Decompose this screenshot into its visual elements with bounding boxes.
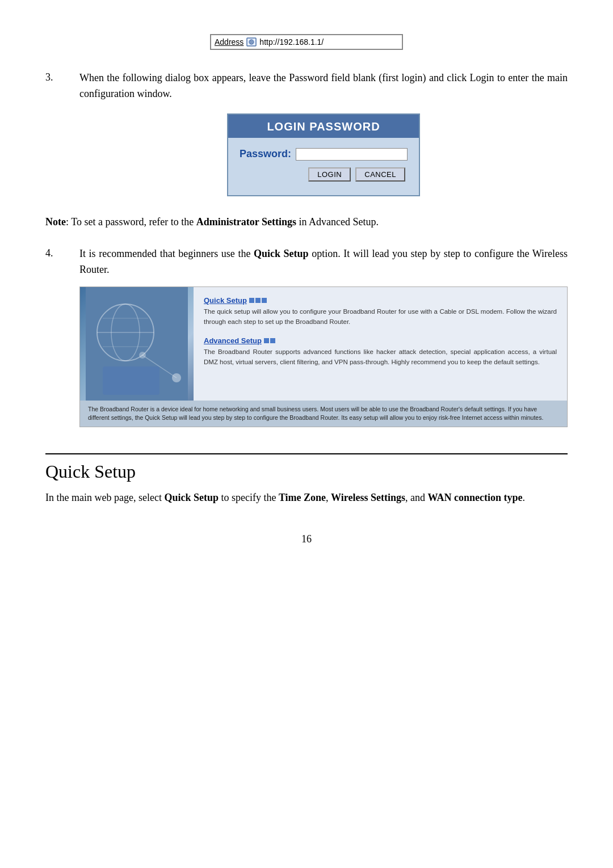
step-3-text: When the following dialog box appears, l… bbox=[79, 70, 568, 102]
qs-desc-bold1: Quick Setup bbox=[164, 492, 219, 503]
quick-setup-desc: The quick setup will allow you to config… bbox=[204, 307, 557, 327]
password-label: Password: bbox=[240, 148, 291, 160]
step-3-number: 3. bbox=[45, 70, 66, 199]
step-4-bold: Quick Setup bbox=[254, 248, 309, 259]
qs-desc-mid3: , and bbox=[405, 492, 428, 503]
step-3-content: When the following dialog box appears, l… bbox=[79, 70, 568, 199]
login-dialog-wrapper: LOGIN PASSWORD Password: LOGIN CANCEL bbox=[79, 113, 568, 196]
step-4-text: It is recommended that beginners use the… bbox=[79, 246, 568, 278]
qs-desc-mid2: , bbox=[326, 492, 331, 503]
note-label: Note bbox=[45, 216, 66, 227]
advanced-setup-link: Advanced Setup bbox=[204, 336, 275, 345]
qs-desc-mid: to specify the bbox=[219, 492, 279, 503]
qs-desc-start: In the main web page, select bbox=[45, 492, 164, 503]
cancel-button[interactable]: CANCEL bbox=[355, 167, 405, 182]
svg-point-12 bbox=[172, 373, 181, 382]
sq1 bbox=[249, 298, 254, 303]
step-4-content: It is recommended that beginners use the… bbox=[79, 246, 568, 437]
section-divider bbox=[45, 453, 568, 454]
dialog-buttons: LOGIN CANCEL bbox=[240, 167, 408, 182]
address-icon bbox=[246, 37, 257, 47]
address-url-input[interactable] bbox=[259, 37, 398, 47]
note-text2: in Advanced Setup. bbox=[296, 216, 379, 227]
sq4 bbox=[264, 338, 269, 343]
advanced-setup-link-text: Advanced Setup bbox=[204, 336, 262, 345]
svg-point-13 bbox=[139, 352, 146, 359]
password-input[interactable] bbox=[296, 148, 408, 161]
login-dialog-body: Password: LOGIN CANCEL bbox=[228, 138, 419, 186]
sq2 bbox=[255, 298, 261, 303]
login-dialog-title: LOGIN PASSWORD bbox=[228, 115, 419, 138]
address-bar: Address bbox=[210, 34, 403, 50]
login-dialog: LOGIN PASSWORD Password: LOGIN CANCEL bbox=[227, 113, 420, 196]
quick-setup-squares bbox=[249, 298, 267, 303]
quick-setup-link-row: Quick Setup bbox=[204, 296, 557, 305]
quick-setup-title: Quick Setup bbox=[45, 461, 568, 482]
advanced-setup-desc: The Broadband Router supports advanced f… bbox=[204, 347, 557, 368]
step-4-text-start: It is recommended that beginners use the bbox=[79, 248, 254, 259]
advanced-setup-squares bbox=[264, 338, 275, 343]
note-bold-text: Administrator Settings bbox=[196, 216, 296, 227]
advanced-setup-link-row: Advanced Setup bbox=[204, 336, 557, 345]
sq5 bbox=[270, 338, 275, 343]
address-label: Address bbox=[215, 37, 243, 47]
address-bar-section: Address bbox=[45, 34, 568, 50]
quick-setup-link: Quick Setup bbox=[204, 296, 267, 305]
page-number: 16 bbox=[45, 533, 568, 545]
router-footer-text: The Broadband Router is a device ideal f… bbox=[88, 406, 543, 421]
login-button[interactable]: LOGIN bbox=[308, 167, 351, 182]
svg-rect-14 bbox=[103, 366, 159, 395]
note-text: : To set a password, refer to the bbox=[66, 216, 196, 227]
quick-setup-link-text: Quick Setup bbox=[204, 296, 247, 305]
password-row: Password: bbox=[240, 148, 408, 161]
qs-desc-end: . bbox=[522, 492, 525, 503]
router-sidebar-image bbox=[80, 287, 194, 401]
note-section: Note: To set a password, refer to the Ad… bbox=[45, 214, 568, 230]
step-4: 4. It is recommended that beginners use … bbox=[45, 246, 568, 437]
router-screenshot: Quick Setup The quick setup will allow y… bbox=[79, 286, 568, 427]
router-screen-main: Quick Setup The quick setup will allow y… bbox=[80, 287, 567, 401]
router-screen-content: Quick Setup The quick setup will allow y… bbox=[194, 287, 567, 401]
step-4-number: 4. bbox=[45, 246, 66, 437]
sq3 bbox=[262, 298, 267, 303]
router-screen-footer: The Broadband Router is a device ideal f… bbox=[80, 401, 567, 426]
qs-desc-bold2: Time Zone bbox=[279, 492, 326, 503]
router-sidebar bbox=[80, 287, 194, 401]
qs-desc-bold3: Wireless Settings bbox=[331, 492, 405, 503]
step-3: 3. When the following dialog box appears… bbox=[45, 70, 568, 199]
qs-desc-bold4: WAN connection type bbox=[427, 492, 522, 503]
quick-setup-desc-paragraph: In the main web page, select Quick Setup… bbox=[45, 490, 568, 506]
